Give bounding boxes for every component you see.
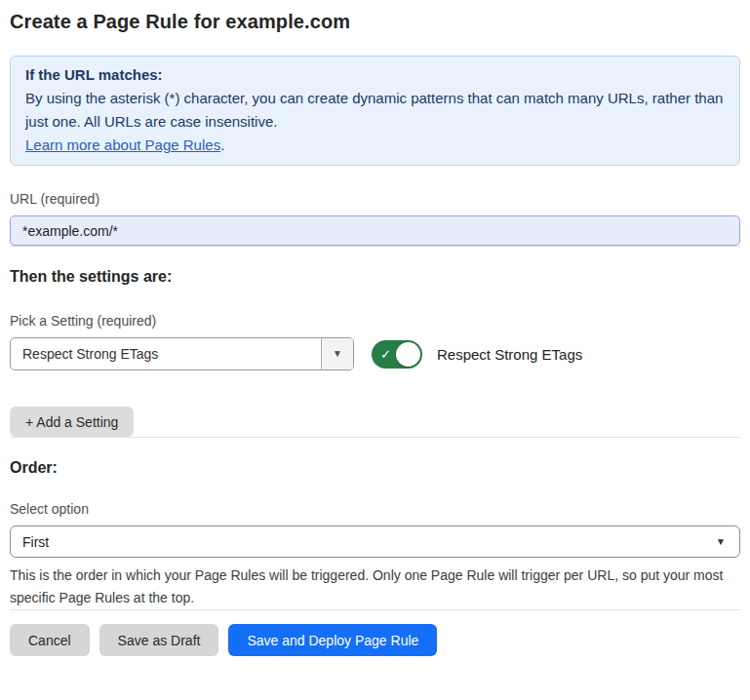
section-divider bbox=[10, 437, 740, 438]
order-select[interactable]: First ▼ bbox=[10, 525, 740, 558]
check-icon: ✓ bbox=[380, 348, 391, 361]
order-select-label: Select option bbox=[10, 500, 740, 518]
pick-setting-label: Pick a Setting (required) bbox=[10, 312, 740, 330]
setting-select-value: Respect Strong ETags bbox=[11, 338, 321, 369]
chevron-down-icon: ▼ bbox=[333, 349, 342, 359]
setting-select[interactable]: Respect Strong ETags ▼ bbox=[10, 337, 354, 370]
info-box-body: By using the asterisk (*) character, you… bbox=[25, 87, 725, 134]
section-divider bbox=[10, 246, 740, 247]
section-divider bbox=[10, 609, 740, 610]
url-input[interactable] bbox=[10, 215, 740, 246]
save-as-draft-button[interactable]: Save as Draft bbox=[99, 624, 219, 656]
footer-actions: Cancel Save as Draft Save and Deploy Pag… bbox=[10, 624, 740, 656]
url-field-label: URL (required) bbox=[10, 190, 740, 208]
setting-select-arrow-button[interactable]: ▼ bbox=[321, 338, 353, 369]
create-page-rule-panel: Create a Page Rule for example.com If th… bbox=[0, 0, 750, 700]
url-match-info-box: If the URL matches: By using the asteris… bbox=[10, 56, 740, 166]
chevron-down-icon: ▼ bbox=[716, 536, 726, 547]
setting-row: Respect Strong ETags ▼ ✓ Respect Strong … bbox=[10, 337, 740, 370]
info-box-heading: If the URL matches: bbox=[25, 63, 725, 87]
order-select-value: First bbox=[22, 534, 49, 550]
add-setting-button[interactable]: + Add a Setting bbox=[10, 407, 134, 437]
toggle-label: Respect Strong ETags bbox=[437, 346, 582, 363]
link-suffix: . bbox=[220, 136, 224, 153]
settings-section-heading: Then the settings are: bbox=[10, 267, 740, 287]
info-box-link-line: Learn more about Page Rules. bbox=[25, 134, 725, 157]
order-section-heading: Order: bbox=[10, 458, 740, 478]
respect-strong-etags-toggle[interactable]: ✓ bbox=[372, 340, 422, 369]
page-title: Create a Page Rule for example.com bbox=[10, 9, 740, 34]
toggle-knob bbox=[396, 342, 420, 367]
order-help-text: This is the order in which your Page Rul… bbox=[10, 564, 740, 609]
save-and-deploy-button[interactable]: Save and Deploy Page Rule bbox=[228, 624, 437, 656]
learn-more-link[interactable]: Learn more about Page Rules bbox=[25, 136, 220, 153]
cancel-button[interactable]: Cancel bbox=[10, 624, 90, 656]
